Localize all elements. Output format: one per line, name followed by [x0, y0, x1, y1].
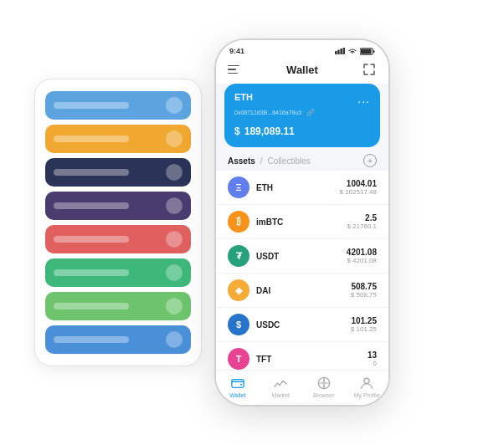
asset-item[interactable]: $USDC101.25$ 101.25	[216, 308, 388, 342]
wallet-more-icon[interactable]: ...	[357, 92, 370, 105]
bottom-nav-wallet[interactable]: Wallet	[216, 376, 260, 398]
asset-amounts: 4201.08$ 4201.08	[347, 248, 377, 264]
tab-separator: /	[260, 156, 263, 166]
svg-point-8	[240, 384, 242, 386]
asset-amounts: 101.25$ 101.25	[351, 316, 377, 333]
hamburger-icon[interactable]	[228, 62, 243, 77]
nav-icon-market	[273, 376, 288, 391]
svg-point-10	[364, 378, 369, 383]
stack-card[interactable]	[45, 292, 191, 320]
asset-name: imBTC	[256, 217, 347, 227]
tab-collectibles[interactable]: Collectibles	[268, 156, 311, 166]
wallet-card: ETH ... 0x08711d3B...8416a78u3 🔗 $ 189,0…	[224, 84, 380, 147]
asset-amount-usd: $ 4201.08	[347, 257, 377, 264]
svg-rect-7	[232, 380, 244, 388]
asset-name: ETH	[256, 183, 340, 192]
asset-item[interactable]: ₿imBTC2.5$ 21760.1	[216, 205, 388, 239]
asset-item[interactable]: ◈DAI508.75$ 508.75	[216, 274, 388, 308]
asset-amounts: 508.75$ 508.75	[351, 282, 377, 299]
stack-card[interactable]	[45, 158, 191, 187]
battery-icon	[360, 48, 375, 55]
stack-card[interactable]	[45, 225, 191, 253]
asset-name: DAI	[256, 286, 351, 295]
svg-rect-2	[340, 49, 342, 54]
bottom-nav-label: My Profile	[354, 392, 380, 398]
card-stack	[34, 79, 202, 366]
asset-amount-usd: $ 21760.1	[347, 222, 377, 230]
wallet-address: 0x08711d3B...8416a78u3 🔗	[234, 109, 370, 116]
bottom-nav-label: Wallet	[229, 392, 245, 398]
asset-amount-main: 13	[368, 350, 377, 360]
nav-title: Wallet	[286, 64, 318, 76]
assets-header: Assets / Collectibles +	[216, 147, 388, 171]
svg-rect-3	[343, 48, 345, 54]
bottom-nav-label: Browser	[313, 392, 335, 398]
signal-icon	[335, 48, 345, 54]
svg-rect-1	[337, 50, 340, 55]
stack-card[interactable]	[45, 192, 191, 220]
asset-amounts: 2.5$ 21760.1	[347, 213, 377, 230]
asset-item[interactable]: ΞETH1004.01$ 162517.48	[216, 171, 388, 205]
scene: 9:41	[18, 13, 486, 432]
svg-rect-0	[335, 51, 337, 54]
asset-amount-main: 101.25	[351, 316, 377, 325]
asset-amount-main: 1004.01	[340, 179, 378, 188]
wifi-icon	[347, 48, 357, 54]
nav-icon-wallet	[230, 376, 245, 391]
asset-amount-usd: $ 508.75	[351, 291, 377, 299]
asset-amounts: 1004.01$ 162517.48	[340, 179, 378, 196]
stack-card[interactable]	[45, 125, 191, 153]
bottom-nav-my-profile[interactable]: My Profile	[346, 376, 389, 398]
expand-icon[interactable]	[362, 62, 377, 77]
asset-name: TFT	[256, 355, 368, 364]
asset-amount-usd: 0	[368, 360, 377, 367]
bottom-nav-browser[interactable]: Browser	[302, 376, 346, 398]
asset-icon: T	[228, 348, 249, 370]
asset-name: USDT	[256, 252, 347, 261]
asset-icon: $	[228, 314, 249, 335]
bottom-nav-label: Market	[272, 392, 290, 398]
add-asset-button[interactable]: +	[363, 154, 377, 167]
top-nav: Wallet	[216, 59, 388, 84]
stack-card[interactable]	[45, 325, 191, 354]
assets-tabs: Assets / Collectibles	[228, 156, 311, 166]
asset-list: ΞETH1004.01$ 162517.48₿imBTC2.5$ 21760.1…	[216, 171, 388, 370]
asset-icon: ₿	[228, 211, 249, 233]
bottom-nav-market[interactable]: Market	[260, 376, 303, 398]
wallet-balance: $ 189,089.11	[234, 121, 370, 139]
asset-amount-usd: $ 101.25	[351, 325, 377, 333]
stack-card[interactable]	[45, 258, 191, 287]
asset-amount-main: 508.75	[351, 282, 377, 291]
svg-rect-6	[373, 50, 375, 53]
nav-icon-browser	[316, 376, 332, 391]
asset-amount-main: 4201.08	[347, 248, 377, 257]
asset-amount-usd: $ 162517.48	[340, 188, 378, 196]
status-time: 9:41	[229, 47, 244, 55]
tab-assets[interactable]: Assets	[228, 156, 255, 166]
asset-icon: ◈	[228, 279, 249, 301]
phone-mockup: 9:41	[214, 38, 390, 407]
status-icons	[335, 48, 375, 55]
asset-icon: Ξ	[228, 176, 249, 198]
asset-name: USDC	[256, 320, 351, 330]
svg-rect-5	[361, 49, 372, 53]
nav-icon-my-profile	[359, 376, 374, 391]
status-bar: 9:41	[216, 40, 388, 59]
bottom-nav: WalletMarketBrowserMy Profile	[216, 370, 388, 405]
asset-amount-main: 2.5	[347, 213, 377, 222]
asset-amounts: 130	[368, 350, 377, 367]
asset-icon: ₮	[228, 245, 249, 267]
stack-card[interactable]	[45, 91, 191, 120]
asset-item[interactable]: TTFT130	[216, 342, 388, 370]
wallet-currency: ETH	[234, 92, 253, 102]
asset-item[interactable]: ₮USDT4201.08$ 4201.08	[216, 239, 388, 274]
